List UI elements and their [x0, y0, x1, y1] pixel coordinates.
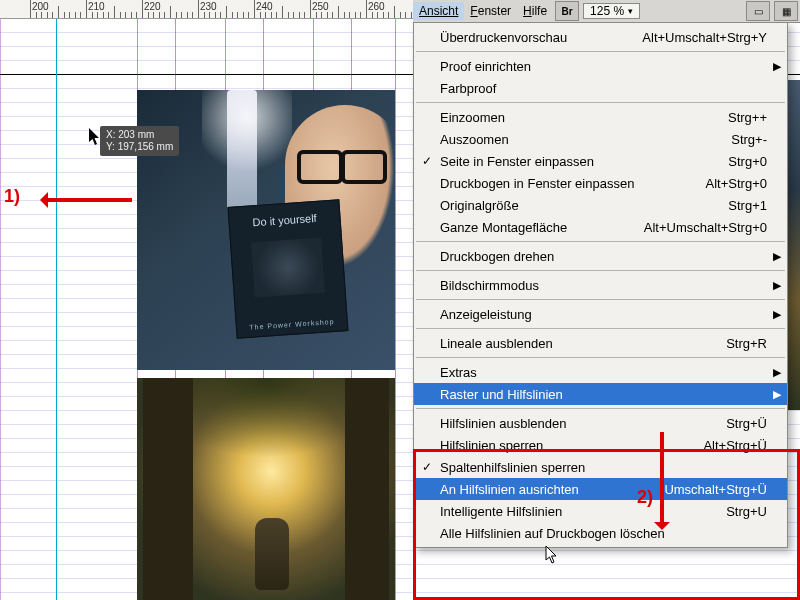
cursor-icon [545, 546, 559, 567]
placed-image-bottom[interactable] [137, 378, 395, 600]
annotation-box-2 [413, 449, 800, 600]
submenu-arrow-icon: ▶ [773, 279, 781, 292]
book-subtitle: The Power Workshop [237, 317, 347, 332]
annotation-label-1: 1) [4, 186, 20, 207]
menu-fenster[interactable]: Fenster [464, 2, 517, 20]
submenu-arrow-icon: ▶ [773, 60, 781, 73]
submenu-arrow-icon: ▶ [773, 250, 781, 263]
annotation-label-2: 2) [637, 487, 653, 508]
annotation-arrow-1 [42, 198, 132, 202]
chevron-down-icon: ▾ [628, 6, 633, 16]
annotation-arrow-2 [660, 432, 664, 528]
mi-hilfslinien-ausblenden[interactable]: Hilfslinien ausblendenStrg+Ü [414, 412, 787, 434]
mi-auszoomen[interactable]: AuszoomenStrg+- [414, 128, 787, 150]
mi-bildschirmmodus[interactable]: Bildschirmmodus ▶ [414, 274, 787, 296]
mi-proof-einrichten[interactable]: Proof einrichten ▶ [414, 55, 787, 77]
mi-seite-in-fenster[interactable]: Seite in Fenster einpassenStrg+0 [414, 150, 787, 172]
mi-druckbogen-in-fenster[interactable]: Druckbogen in Fenster einpassenAlt+Strg+… [414, 172, 787, 194]
screen-mode-button[interactable]: ▭ [746, 1, 770, 21]
mi-druckbogen-drehen[interactable]: Druckbogen drehen ▶ [414, 245, 787, 267]
submenu-arrow-icon: ▶ [773, 366, 781, 379]
mi-lineale-ausblenden[interactable]: Lineale ausblendenStrg+R [414, 332, 787, 354]
arrange-documents-button[interactable]: ▦ [774, 1, 798, 21]
mi-einzoomen[interactable]: EinzoomenStrg++ [414, 106, 787, 128]
mi-ganze-montageflaeche[interactable]: Ganze MontageflächeAlt+Umschalt+Strg+0 [414, 216, 787, 238]
column-guide[interactable] [395, 18, 396, 600]
menu-hilfe[interactable]: Hilfe [517, 2, 553, 20]
submenu-arrow-icon: ▶ [773, 308, 781, 321]
bridge-button[interactable]: Br [555, 1, 579, 21]
coordinate-tooltip: X: 203 mm Y: 197,156 mm [100, 126, 179, 156]
mi-extras[interactable]: Extras ▶ [414, 361, 787, 383]
menu-ansicht[interactable]: Ansicht [413, 2, 464, 20]
zoom-level-dropdown[interactable]: 125 %▾ [583, 3, 640, 19]
guide-cyan[interactable] [56, 18, 57, 600]
menu-bar: Ansicht Fenster Hilfe Br 125 %▾ ▭ ▦ [413, 0, 800, 23]
mi-farbproof[interactable]: Farbproof [414, 77, 787, 99]
mi-ueberdruckenvorschau[interactable]: Überdruckenvorschau Alt+Umschalt+Strg+Y [414, 26, 787, 48]
mi-raster-und-hilfslinien[interactable]: Raster und Hilfslinien ▶ [414, 383, 787, 405]
mi-originalgroesse[interactable]: OriginalgrößeStrg+1 [414, 194, 787, 216]
submenu-arrow-icon: ▶ [773, 388, 781, 401]
mi-anzeigeleistung[interactable]: Anzeigeleistung ▶ [414, 303, 787, 325]
